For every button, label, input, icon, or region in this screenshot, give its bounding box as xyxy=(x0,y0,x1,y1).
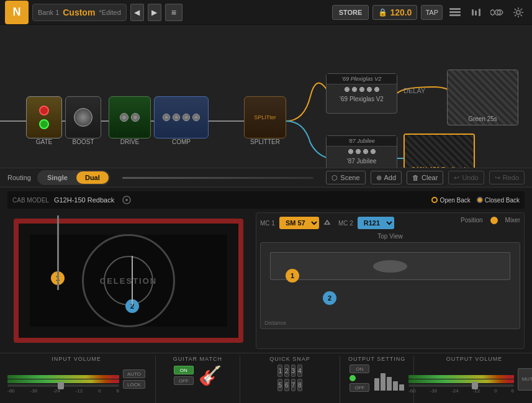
topview-mic2-marker[interactable]: 2 xyxy=(323,291,336,305)
cab-settings-icon[interactable] xyxy=(122,195,132,205)
list-view-button[interactable] xyxy=(446,4,464,21)
boost-label: BOOST xyxy=(72,138,94,145)
tap-button[interactable]: TAP xyxy=(421,5,443,20)
plexiglas-amp[interactable]: '69 Plexiglas V2 '69 Plexiglas V2 xyxy=(326,73,397,114)
distance-label: Distance xyxy=(264,320,286,326)
snap-btn-1[interactable]: 1 xyxy=(277,365,282,377)
closed-back-option[interactable]: Closed Back xyxy=(477,197,520,204)
gate-label: GATE xyxy=(36,138,52,145)
bottom-bar: INPUT VOLUME -60 -36 -24 -12 xyxy=(0,353,532,403)
output-setting-toggle: ON OFF xyxy=(349,365,369,392)
out-label-0: 0 xyxy=(494,388,497,394)
open-back-option[interactable]: Open Back xyxy=(431,197,470,204)
output-led xyxy=(349,375,356,381)
snap-btn-2[interactable]: 2 xyxy=(284,365,289,377)
dual-mode-button[interactable]: Dual xyxy=(76,171,109,184)
comp-knobs xyxy=(160,114,203,121)
store-button[interactable]: STORE xyxy=(332,5,369,20)
input-volume-title: INPUT VOLUME xyxy=(52,356,101,362)
mixer-view-button[interactable] xyxy=(467,4,485,21)
open-back-label: Open Back xyxy=(440,197,470,204)
prev-preset-button[interactable]: ◀ xyxy=(130,4,144,21)
settings-button[interactable] xyxy=(510,4,527,21)
mic-panel-header: MC 1 SM 57 MC 2 R121 Position Mixer xyxy=(260,217,520,229)
edited-indicator: *Edited xyxy=(99,9,120,16)
topview-grid: 1 2 Distance xyxy=(261,243,520,328)
closed-back-label: Closed Back xyxy=(485,197,520,204)
guitar-match-on[interactable]: ON xyxy=(174,366,194,374)
g12h-cab[interactable]: G12H-150 Redback xyxy=(404,134,475,168)
topview-mic1-marker[interactable]: 1 xyxy=(286,269,299,283)
output-setting-on[interactable]: ON xyxy=(349,365,369,373)
settings-icon xyxy=(513,7,524,18)
bank-preset-display: Bank 1 Custom *Edited xyxy=(32,4,127,21)
snap-btn-5[interactable]: 5 xyxy=(277,379,282,391)
snap-btn-4[interactable]: 4 xyxy=(297,365,302,377)
redo-label: Redo xyxy=(503,174,519,181)
single-mode-button[interactable]: Single xyxy=(38,171,76,184)
snap-btn-8[interactable]: 8 xyxy=(297,379,302,391)
mic1-dropdown[interactable]: SM 57 xyxy=(279,217,319,229)
svg-marker-14 xyxy=(325,220,330,224)
redo-button[interactable]: ↪ Redo xyxy=(489,171,525,184)
snap-btn-7[interactable]: 7 xyxy=(291,379,296,391)
guitar-match-off[interactable]: OFF xyxy=(174,376,194,385)
input-volume-slider[interactable] xyxy=(7,384,119,387)
snap-btn-6[interactable]: 6 xyxy=(284,379,289,391)
vol-label-12: -12 xyxy=(76,388,83,394)
guitar-icon: 🎸 xyxy=(199,365,222,386)
next-preset-button[interactable]: ▶ xyxy=(148,4,161,21)
divider-1 xyxy=(155,356,156,403)
plexiglas-knob xyxy=(367,87,372,92)
splitter-pedal[interactable]: SPLITter SPLITTER xyxy=(244,96,286,145)
add-icon: ⊕ xyxy=(376,174,382,182)
mc2-label: MC 2 xyxy=(338,220,353,227)
quick-snap-section: QUICK SNAP 1 2 3 4 5 6 7 8 xyxy=(248,356,333,391)
out-label-36: -36 xyxy=(430,388,438,394)
cab-visual: CELESTION 1 2 xyxy=(7,212,250,349)
mic2-position-marker[interactable]: 2 xyxy=(125,299,139,313)
topview-speaker xyxy=(373,260,407,273)
undo-button[interactable]: ↩ Undo xyxy=(448,171,484,184)
infinity-button[interactable] xyxy=(489,4,506,21)
add-button[interactable]: ⊕ Add xyxy=(371,171,402,184)
boost-pedal[interactable]: BOOST xyxy=(65,96,101,145)
mute-button[interactable]: MUTE xyxy=(518,368,532,391)
speaker-brand: CELESTION xyxy=(100,276,157,286)
mic2-stand xyxy=(132,256,133,306)
cab-frame: CELESTION xyxy=(14,219,243,343)
comp-pedal[interactable]: COMP xyxy=(154,96,209,145)
output-slider-thumb[interactable] xyxy=(472,382,478,389)
gate-pedal[interactable]: GATE xyxy=(26,96,62,145)
routing-label: Routing xyxy=(7,174,31,181)
input-level-meter xyxy=(7,365,119,383)
logo-button[interactable]: N xyxy=(5,1,29,24)
trash-icon: 🗑 xyxy=(412,174,419,181)
mic1-position-marker[interactable]: 1 xyxy=(51,271,65,285)
mic2-select-group: MC 2 R121 xyxy=(338,217,394,229)
output-setting-off[interactable]: OFF xyxy=(349,383,369,392)
clear-button[interactable]: 🗑 Clear xyxy=(407,171,443,184)
cab-model-label: CAB MODEL xyxy=(12,197,49,204)
mic2-dropdown[interactable]: R121 xyxy=(358,217,394,229)
output-volume-slider[interactable] xyxy=(408,384,514,387)
speaker-inner: CELESTION xyxy=(104,256,153,306)
clear-label: Clear xyxy=(422,174,438,181)
scene-icon: ⬡ xyxy=(331,174,338,182)
green25s-cab[interactable]: Green 25s xyxy=(447,70,518,125)
input-volume-section: INPUT VOLUME -60 -36 -24 -12 xyxy=(5,356,148,394)
auto-button[interactable]: AUTO xyxy=(123,369,145,378)
drive-knobs xyxy=(120,113,140,122)
input-slider-thumb[interactable] xyxy=(58,382,64,389)
svg-rect-4 xyxy=(475,11,477,16)
jubilee-amp[interactable]: '87 Jubilee '87 Jubilee xyxy=(326,135,397,168)
out-label-24: -24 xyxy=(451,388,459,394)
snap-btn-3[interactable]: 3 xyxy=(291,365,296,377)
lock-button[interactable]: LOCK xyxy=(123,380,145,389)
routing-toggle: Single Dual xyxy=(37,170,110,185)
menu-button[interactable]: ≡ xyxy=(165,4,183,21)
scene-button[interactable]: ⬡ Scene xyxy=(326,171,365,184)
drive-pedal[interactable]: DRIVE xyxy=(109,96,151,145)
vol-label-36: -36 xyxy=(30,388,38,394)
boost-knob xyxy=(74,108,92,127)
